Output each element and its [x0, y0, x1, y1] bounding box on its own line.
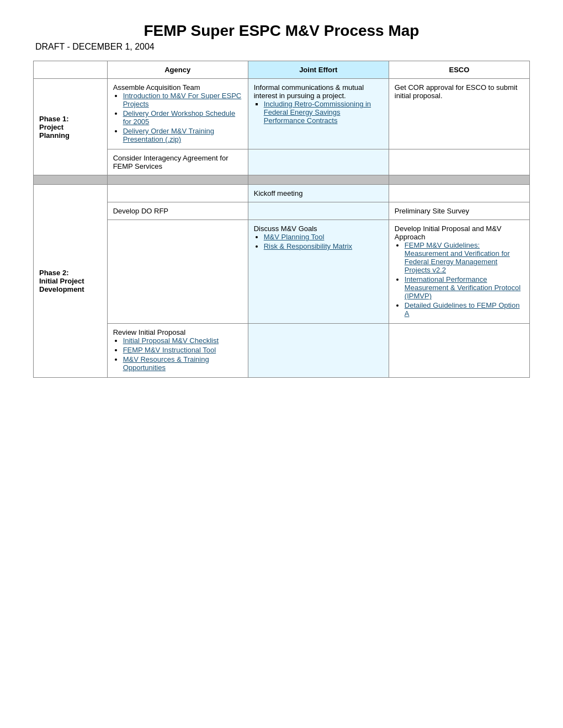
phase2-r4-joint	[248, 324, 389, 378]
separator-1	[107, 175, 248, 185]
phase2-r2-joint	[248, 202, 389, 220]
phase1-interagency-text: Consider Interagency Agreement for FEMP …	[113, 154, 242, 170]
phase2-r2-agency: Develop DO RFP	[107, 202, 248, 220]
phase2-r1-agency	[107, 185, 248, 202]
preliminary-site-survey-text: Preliminary Site Survey	[395, 207, 524, 215]
phase1-joint-empty	[248, 149, 389, 175]
phase2-r4-esco	[389, 324, 529, 378]
phase1-agency-cell: Assemble Acquisition Team Introduction t…	[107, 79, 248, 149]
phase2-joint-link2[interactable]: Risk & Responsibility Matrix	[264, 242, 383, 250]
phase2-r1-esco	[389, 185, 529, 202]
phase2-esco-link1[interactable]: FEMP M&V Guidelines: Measurement and Ver…	[405, 241, 524, 274]
page-subtitle: DRAFT - DECEMBER 1, 2004	[33, 42, 530, 52]
phase1-agency-intro: Assemble Acquisition Team	[113, 83, 242, 92]
phase1-esco-cell: Get COR approval for ESCO to submit init…	[389, 79, 529, 149]
phase2-agency-link2[interactable]: FEMP M&V Instructional Tool	[123, 346, 242, 354]
phase2-agency-link1[interactable]: Initial Proposal M&V Checklist	[123, 336, 242, 345]
phase2-r3-agency	[107, 220, 248, 324]
phase1-esco-empty	[389, 149, 529, 175]
phase2-agency-link3[interactable]: M&V Resources & Training Opportunities	[123, 355, 242, 372]
separator-3	[389, 175, 529, 185]
phase1-agency-link2[interactable]: Delivery Order Workshop Schedule for 200…	[123, 109, 242, 126]
phase2-joint-link1[interactable]: M&V Planning Tool	[264, 233, 383, 241]
phase1-agency-link1[interactable]: Introduction to M&V For Super ESPC Proje…	[123, 92, 242, 108]
phase2-r1-joint: Kickoff meeting	[248, 185, 389, 202]
phase2-r3-joint: Discuss M&V Goals M&V Planning Tool Risk…	[248, 220, 389, 324]
review-initial-proposal-text: Review Initial Proposal	[113, 328, 242, 336]
phase1-joint-intro: Informal communications & mutual interes…	[254, 83, 383, 100]
discuss-mv-goals-text: Discuss M&V Goals	[254, 224, 383, 233]
phase2-label: Phase 2:Initial ProjectDevelopment	[34, 185, 108, 378]
phase1-joint-cell: Informal communications & mutual interes…	[248, 79, 389, 149]
phase1-label: Phase 1:ProjectPlanning	[34, 79, 108, 175]
develop-do-rfp-text: Develop DO RFP	[113, 207, 242, 215]
phase2-esco-link3[interactable]: Detailed Guidelines to FEMP Option A	[405, 301, 524, 318]
phase2-r4-agency: Review Initial Proposal Initial Proposal…	[107, 324, 248, 378]
kickoff-meeting-text: Kickoff meeting	[254, 189, 383, 197]
phase1-esco-text: Get COR approval for ESCO to submit init…	[395, 83, 524, 100]
phase1-agency-footer: Consider Interagency Agreement for FEMP …	[107, 149, 248, 175]
develop-initial-proposal-text: Develop Initial Proposal and M&V Approac…	[395, 224, 524, 241]
separator-0	[34, 175, 108, 185]
phase1-joint-link1[interactable]: Including Retro-Commissioning in Federal…	[264, 100, 383, 125]
phase2-r2-esco: Preliminary Site Survey	[389, 202, 529, 220]
phase1-agency-link3[interactable]: Delivery Order M&V Training Presentation…	[123, 127, 242, 143]
col-header-agency: Agency	[107, 61, 248, 79]
page-title: FEMP Super ESPC M&V Process Map	[33, 22, 530, 40]
separator-2	[248, 175, 389, 185]
phase2-esco-link2[interactable]: International Performance Measurement & …	[405, 275, 524, 300]
phase2-r3-esco: Develop Initial Proposal and M&V Approac…	[389, 220, 529, 324]
col-header-0	[34, 61, 108, 79]
col-header-esco: ESCO	[389, 61, 529, 79]
col-header-joint: Joint Effort	[248, 61, 389, 79]
